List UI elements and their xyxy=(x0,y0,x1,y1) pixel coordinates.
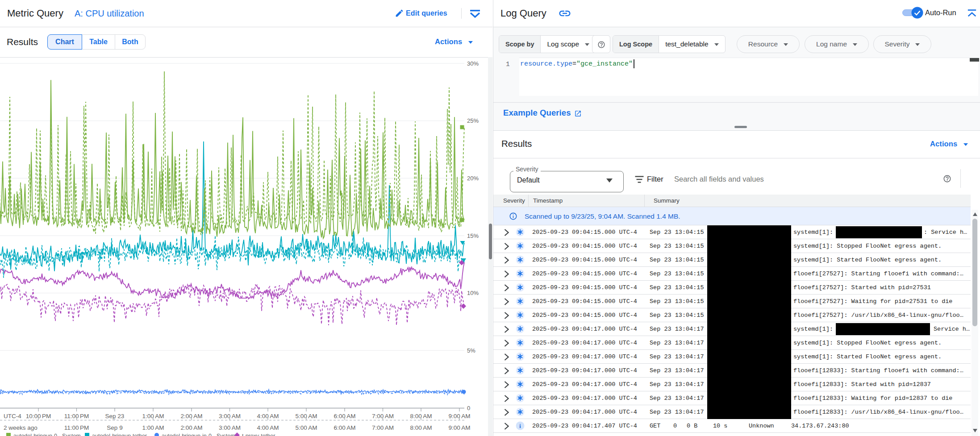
svg-text:autodel-bringup-tether: autodel-bringup-tether xyxy=(92,433,147,436)
svg-text:autodel-bringup-in-0 · System: autodel-bringup-in-0 · System xyxy=(162,433,235,436)
svg-text:5%: 5% xyxy=(467,347,475,354)
svg-text:6:00 AM: 6:00 AM xyxy=(334,424,355,431)
svg-text:9:00 AM: 9:00 AM xyxy=(448,424,470,431)
svg-text:30%: 30% xyxy=(467,60,479,67)
svg-text:11:00 PM: 11:00 PM xyxy=(64,424,89,431)
svg-text:2:00 AM: 2:00 AM xyxy=(180,424,202,431)
svg-text:7:00 AM: 7:00 AM xyxy=(372,424,394,431)
svg-text:4:00 AM: 4:00 AM xyxy=(257,424,279,431)
svg-text:1:00 AM: 1:00 AM xyxy=(142,424,164,431)
svg-text:autodel-bringup-0 · System: autodel-bringup-0 · System xyxy=(13,433,81,436)
svg-text:25%: 25% xyxy=(467,117,479,124)
svg-text:Sep 9: Sep 9 xyxy=(107,424,122,431)
svg-text:2 weeks ago: 2 weeks ago xyxy=(4,424,38,431)
svg-text:8:00 AM: 8:00 AM xyxy=(410,424,432,431)
svg-text:t-proxy-tether: t-proxy-tether xyxy=(242,433,275,436)
svg-text:UTC-4: UTC-4 xyxy=(4,413,21,419)
svg-text:3:00 AM: 3:00 AM xyxy=(219,424,241,431)
svg-text:0: 0 xyxy=(467,405,470,411)
svg-text:15%: 15% xyxy=(467,233,479,239)
svg-text:20%: 20% xyxy=(467,175,479,182)
svg-text:10%: 10% xyxy=(467,290,479,296)
svg-text:5:00 AM: 5:00 AM xyxy=(295,424,317,431)
